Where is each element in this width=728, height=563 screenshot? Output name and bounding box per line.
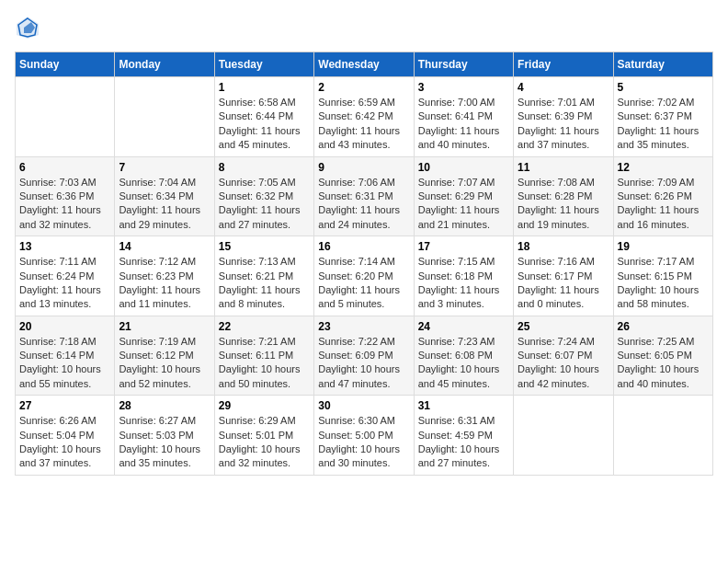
calendar-cell [613, 396, 712, 476]
calendar-table: SundayMondayTuesdayWednesdayThursdayFrid… [15, 52, 713, 476]
day-info: Sunrise: 6:31 AM Sunset: 4:59 PM Dayligh… [418, 414, 509, 471]
day-number: 5 [618, 81, 709, 94]
day-info: Sunrise: 7:17 AM Sunset: 6:15 PM Dayligh… [618, 255, 709, 312]
calendar-body: 1Sunrise: 6:58 AM Sunset: 6:44 PM Daylig… [16, 77, 713, 476]
logo-icon [15, 15, 40, 40]
day-number: 14 [119, 240, 210, 253]
calendar-cell: 19Sunrise: 7:17 AM Sunset: 6:15 PM Dayli… [613, 236, 712, 316]
day-info: Sunrise: 7:21 AM Sunset: 6:11 PM Dayligh… [219, 335, 310, 392]
day-number: 18 [518, 240, 609, 253]
weekday-row: SundayMondayTuesdayWednesdayThursdayFrid… [16, 52, 713, 77]
day-number: 30 [318, 399, 409, 412]
calendar-week-row: 13Sunrise: 7:11 AM Sunset: 6:24 PM Dayli… [16, 236, 713, 316]
logo [15, 15, 44, 40]
day-number: 15 [219, 240, 310, 253]
day-number: 7 [119, 161, 210, 174]
day-info: Sunrise: 7:01 AM Sunset: 6:39 PM Dayligh… [518, 96, 609, 153]
calendar-cell: 18Sunrise: 7:16 AM Sunset: 6:17 PM Dayli… [514, 236, 613, 316]
calendar-cell: 2Sunrise: 6:59 AM Sunset: 6:42 PM Daylig… [314, 77, 414, 157]
weekday-header-friday: Friday [514, 52, 613, 77]
day-number: 29 [219, 399, 310, 412]
day-number: 2 [318, 81, 409, 94]
weekday-header-thursday: Thursday [414, 52, 513, 77]
calendar-cell: 16Sunrise: 7:14 AM Sunset: 6:20 PM Dayli… [314, 236, 414, 316]
day-info: Sunrise: 6:26 AM Sunset: 5:04 PM Dayligh… [19, 414, 110, 471]
day-info: Sunrise: 7:23 AM Sunset: 6:08 PM Dayligh… [418, 335, 509, 392]
calendar-cell: 28Sunrise: 6:27 AM Sunset: 5:03 PM Dayli… [115, 396, 214, 476]
calendar-week-row: 1Sunrise: 6:58 AM Sunset: 6:44 PM Daylig… [16, 77, 713, 157]
calendar-cell: 4Sunrise: 7:01 AM Sunset: 6:39 PM Daylig… [514, 77, 613, 157]
day-number: 19 [618, 240, 709, 253]
weekday-header-sunday: Sunday [16, 52, 115, 77]
calendar-cell [115, 77, 214, 157]
day-number: 22 [219, 320, 310, 333]
day-info: Sunrise: 7:11 AM Sunset: 6:24 PM Dayligh… [19, 255, 110, 312]
day-info: Sunrise: 6:58 AM Sunset: 6:44 PM Dayligh… [219, 96, 310, 153]
calendar-cell [514, 396, 613, 476]
calendar-cell: 13Sunrise: 7:11 AM Sunset: 6:24 PM Dayli… [16, 236, 115, 316]
day-number: 31 [418, 399, 509, 412]
day-number: 12 [618, 161, 709, 174]
day-number: 28 [119, 399, 210, 412]
day-info: Sunrise: 7:02 AM Sunset: 6:37 PM Dayligh… [618, 96, 709, 153]
day-number: 8 [219, 161, 310, 174]
calendar-cell: 17Sunrise: 7:15 AM Sunset: 6:18 PM Dayli… [414, 236, 513, 316]
calendar-cell: 22Sunrise: 7:21 AM Sunset: 6:11 PM Dayli… [214, 316, 313, 396]
calendar-cell: 6Sunrise: 7:03 AM Sunset: 6:36 PM Daylig… [16, 156, 115, 236]
calendar-cell: 25Sunrise: 7:24 AM Sunset: 6:07 PM Dayli… [514, 316, 613, 396]
calendar-cell [16, 77, 115, 157]
day-number: 4 [518, 81, 609, 94]
calendar-week-row: 20Sunrise: 7:18 AM Sunset: 6:14 PM Dayli… [16, 316, 713, 396]
calendar-week-row: 27Sunrise: 6:26 AM Sunset: 5:04 PM Dayli… [16, 396, 713, 476]
day-info: Sunrise: 7:05 AM Sunset: 6:32 PM Dayligh… [219, 176, 310, 233]
calendar-cell: 11Sunrise: 7:08 AM Sunset: 6:28 PM Dayli… [514, 156, 613, 236]
weekday-header-wednesday: Wednesday [314, 52, 414, 77]
weekday-header-saturday: Saturday [613, 52, 712, 77]
calendar-cell: 30Sunrise: 6:30 AM Sunset: 5:00 PM Dayli… [314, 396, 414, 476]
day-info: Sunrise: 7:19 AM Sunset: 6:12 PM Dayligh… [119, 335, 210, 392]
day-info: Sunrise: 7:14 AM Sunset: 6:20 PM Dayligh… [318, 255, 409, 312]
calendar-week-row: 6Sunrise: 7:03 AM Sunset: 6:36 PM Daylig… [16, 156, 713, 236]
day-info: Sunrise: 7:06 AM Sunset: 6:31 PM Dayligh… [318, 176, 409, 233]
day-info: Sunrise: 6:29 AM Sunset: 5:01 PM Dayligh… [219, 414, 310, 471]
day-info: Sunrise: 7:07 AM Sunset: 6:29 PM Dayligh… [418, 176, 509, 233]
calendar-cell: 7Sunrise: 7:04 AM Sunset: 6:34 PM Daylig… [115, 156, 214, 236]
day-info: Sunrise: 7:25 AM Sunset: 6:05 PM Dayligh… [618, 335, 709, 392]
calendar-cell: 29Sunrise: 6:29 AM Sunset: 5:01 PM Dayli… [214, 396, 313, 476]
day-info: Sunrise: 7:04 AM Sunset: 6:34 PM Dayligh… [119, 176, 210, 233]
calendar-cell: 31Sunrise: 6:31 AM Sunset: 4:59 PM Dayli… [414, 396, 513, 476]
day-number: 3 [418, 81, 509, 94]
day-number: 24 [418, 320, 509, 333]
day-info: Sunrise: 7:09 AM Sunset: 6:26 PM Dayligh… [618, 176, 709, 233]
day-number: 9 [318, 161, 409, 174]
day-number: 13 [19, 240, 110, 253]
calendar-header: SundayMondayTuesdayWednesdayThursdayFrid… [16, 52, 713, 77]
day-number: 10 [418, 161, 509, 174]
calendar-cell: 20Sunrise: 7:18 AM Sunset: 6:14 PM Dayli… [16, 316, 115, 396]
calendar-cell: 3Sunrise: 7:00 AM Sunset: 6:41 PM Daylig… [414, 77, 513, 157]
calendar-cell: 15Sunrise: 7:13 AM Sunset: 6:21 PM Dayli… [214, 236, 313, 316]
day-info: Sunrise: 7:16 AM Sunset: 6:17 PM Dayligh… [518, 255, 609, 312]
day-info: Sunrise: 7:08 AM Sunset: 6:28 PM Dayligh… [518, 176, 609, 233]
calendar-cell: 14Sunrise: 7:12 AM Sunset: 6:23 PM Dayli… [115, 236, 214, 316]
day-number: 16 [318, 240, 409, 253]
calendar-cell: 26Sunrise: 7:25 AM Sunset: 6:05 PM Dayli… [613, 316, 712, 396]
day-info: Sunrise: 6:30 AM Sunset: 5:00 PM Dayligh… [318, 414, 409, 471]
day-info: Sunrise: 6:27 AM Sunset: 5:03 PM Dayligh… [119, 414, 210, 471]
calendar-cell: 8Sunrise: 7:05 AM Sunset: 6:32 PM Daylig… [214, 156, 313, 236]
calendar-cell: 27Sunrise: 6:26 AM Sunset: 5:04 PM Dayli… [16, 396, 115, 476]
day-info: Sunrise: 7:22 AM Sunset: 6:09 PM Dayligh… [318, 335, 409, 392]
day-number: 20 [19, 320, 110, 333]
day-info: Sunrise: 7:15 AM Sunset: 6:18 PM Dayligh… [418, 255, 509, 312]
page-header [15, 15, 713, 40]
calendar-cell: 10Sunrise: 7:07 AM Sunset: 6:29 PM Dayli… [414, 156, 513, 236]
day-info: Sunrise: 7:12 AM Sunset: 6:23 PM Dayligh… [119, 255, 210, 312]
day-number: 26 [618, 320, 709, 333]
calendar-cell: 5Sunrise: 7:02 AM Sunset: 6:37 PM Daylig… [613, 77, 712, 157]
day-number: 21 [119, 320, 210, 333]
weekday-header-tuesday: Tuesday [214, 52, 313, 77]
day-info: Sunrise: 7:00 AM Sunset: 6:41 PM Dayligh… [418, 96, 509, 153]
calendar-cell: 12Sunrise: 7:09 AM Sunset: 6:26 PM Dayli… [613, 156, 712, 236]
calendar-cell: 21Sunrise: 7:19 AM Sunset: 6:12 PM Dayli… [115, 316, 214, 396]
day-number: 6 [19, 161, 110, 174]
